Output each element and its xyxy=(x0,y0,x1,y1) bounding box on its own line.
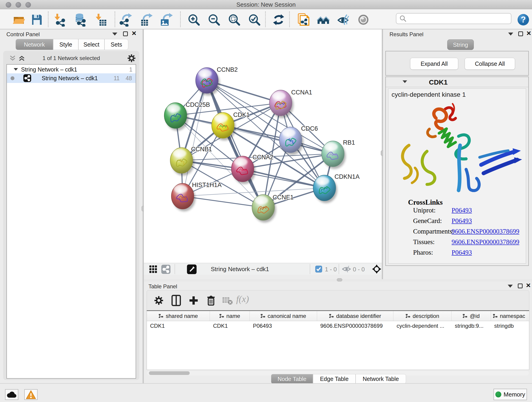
open-network-external-icon[interactable] xyxy=(187,264,196,274)
column-header--id[interactable]: @id xyxy=(452,311,491,321)
float-panel-icon[interactable] xyxy=(123,32,128,36)
help-icon[interactable]: ? xyxy=(516,12,531,27)
table-cell[interactable]: stringdb xyxy=(491,321,527,331)
node-cdkn1a[interactable] xyxy=(313,175,337,203)
close-panel-icon[interactable]: × xyxy=(526,283,531,288)
node-cdc6[interactable] xyxy=(279,127,303,155)
crosslink-link[interactable]: P06493 xyxy=(452,217,472,225)
table-cell[interactable]: stringdb:9... xyxy=(452,321,491,331)
tab-string[interactable]: String xyxy=(447,39,474,50)
node-ccnb2[interactable] xyxy=(196,68,220,96)
node-cdk1[interactable] xyxy=(212,113,236,140)
column-header-label: @id xyxy=(470,313,480,319)
tab-network[interactable]: Network xyxy=(16,39,53,50)
collapse-all-button[interactable]: Collapse All xyxy=(465,58,515,70)
zoom-out-icon[interactable] xyxy=(207,12,221,27)
crosslink-link[interactable]: 9606.ENSP00000378699 xyxy=(452,228,519,235)
tab-style[interactable]: Style xyxy=(53,39,78,50)
maximize-window-button[interactable] xyxy=(25,2,31,7)
graphics-details-eye-icon[interactable] xyxy=(356,12,371,27)
save-session-icon[interactable] xyxy=(29,12,44,27)
hidden-items-eye-slash-icon[interactable] xyxy=(342,265,351,273)
close-panel-icon[interactable]: × xyxy=(526,31,531,36)
import-table-file-icon[interactable] xyxy=(94,12,108,27)
tab-node-table[interactable]: Node Table xyxy=(271,374,313,384)
column-header-canonical-name[interactable]: canonical name xyxy=(250,311,317,321)
refresh-view-icon[interactable] xyxy=(271,12,286,27)
scrollbar-thumb[interactable] xyxy=(149,371,190,375)
zoom-selected-icon[interactable] xyxy=(247,12,262,27)
toolbar-separator xyxy=(180,12,181,27)
zoom-in-icon[interactable] xyxy=(186,12,201,27)
table-cell[interactable]: cyclin-dependent ... xyxy=(393,321,452,331)
memory-button[interactable]: Memory xyxy=(494,389,527,400)
open-session-icon[interactable] xyxy=(12,12,26,27)
table-row[interactable]: CDK1CDK1P064939606.ENSP00000378699cyclin… xyxy=(147,321,529,331)
welcome-screen-icon[interactable] xyxy=(316,12,331,27)
string-style-icon[interactable] xyxy=(161,265,171,274)
export-image-icon[interactable] xyxy=(159,12,174,27)
table-cell[interactable]: P06493 xyxy=(250,321,317,331)
collapse-panel-icon[interactable] xyxy=(508,32,513,36)
import-network-database-icon[interactable] xyxy=(73,12,88,27)
import-network-file-icon[interactable] xyxy=(52,12,67,27)
node-rb1[interactable] xyxy=(322,141,346,169)
warnings-button[interactable] xyxy=(24,389,38,400)
horizontal-splitter[interactable] xyxy=(144,279,532,281)
zoom-fit-icon[interactable] xyxy=(227,12,241,27)
close-panel-icon[interactable]: × xyxy=(132,31,136,36)
search-input[interactable] xyxy=(408,14,511,23)
fit-selected-crosshair-icon[interactable] xyxy=(372,264,381,274)
network-tree: String Network – cdk1 1 String Network –… xyxy=(6,64,136,379)
tab-edge-table[interactable]: Edge Table xyxy=(313,374,355,384)
network-graph-canvas[interactable]: CCNB2CCNA1CDC25BCDK1CDC6RB1CCNB1CCNA2CDK… xyxy=(144,29,382,263)
create-column-plus-icon[interactable] xyxy=(187,294,201,307)
cloud-status-button[interactable] xyxy=(5,389,18,400)
entry-expander-icon[interactable] xyxy=(403,80,407,83)
splitter-grip[interactable] xyxy=(337,278,342,281)
collapse-panel-icon[interactable] xyxy=(112,32,117,36)
table-cell[interactable]: CDK1 xyxy=(210,321,250,331)
tab-network-table[interactable]: Network Table xyxy=(355,374,406,384)
float-panel-icon[interactable] xyxy=(518,283,523,288)
network-tree-root-row[interactable]: String Network – cdk1 1 xyxy=(7,65,136,73)
cdk1-entry-header[interactable]: CDK1 xyxy=(386,77,528,87)
delete-column-trash-icon[interactable] xyxy=(204,294,218,307)
tab-sets[interactable]: Sets xyxy=(104,39,128,50)
crosslink-link[interactable]: P06493 xyxy=(452,249,472,256)
column-header-database-identifier[interactable]: database identifier xyxy=(317,311,393,321)
network-options-gear-icon[interactable] xyxy=(127,54,136,62)
minimize-window-button[interactable] xyxy=(16,2,21,7)
selected-nodes-checkbox[interactable] xyxy=(315,266,322,273)
table-cell[interactable]: CDK1 xyxy=(147,321,210,331)
network-tree-row-selected[interactable]: String Network – cdk1 11 48 xyxy=(7,73,136,83)
float-panel-icon[interactable] xyxy=(518,32,523,36)
open-in-cytoscape-web-icon[interactable] xyxy=(296,12,311,27)
show-columns-icon[interactable] xyxy=(169,294,183,307)
selected-node-edge-counts: 1 - 0 xyxy=(325,266,337,273)
crosslink-link[interactable]: P06493 xyxy=(452,206,472,214)
tab-select[interactable]: Select xyxy=(78,39,104,50)
crosslink-link[interactable]: 9606.ENSP00000378699 xyxy=(452,238,519,246)
close-window-button[interactable] xyxy=(6,2,11,7)
table-cell[interactable]: 9606.ENSP00000378699 xyxy=(317,321,393,331)
table-header-row[interactable]: shared namenamecanonical namedatabase id… xyxy=(147,311,529,321)
export-table-icon[interactable] xyxy=(139,12,153,27)
window-title: Session: New Session xyxy=(0,0,532,9)
column-header-shared-name[interactable]: shared name xyxy=(147,311,210,321)
export-network-icon[interactable] xyxy=(118,12,133,27)
node-ccna2[interactable] xyxy=(231,156,255,184)
column-header-name[interactable]: name xyxy=(210,311,250,321)
expand-all-button[interactable]: Expand All xyxy=(410,58,458,70)
table-options-gear-icon[interactable] xyxy=(152,294,166,307)
hide-selected-eye-slash-icon[interactable] xyxy=(336,12,351,27)
column-header-namespac[interactable]: namespac xyxy=(491,311,527,321)
birds-eye-grid-icon[interactable] xyxy=(149,265,158,274)
edge-ccnb2-hist1h1a[interactable] xyxy=(183,80,207,196)
node-cdc25b[interactable] xyxy=(164,103,188,131)
collapse-panel-icon[interactable] xyxy=(508,285,513,288)
node-ccna1[interactable] xyxy=(269,90,293,118)
node-label-ccnb1: CCNB1 xyxy=(191,146,212,153)
column-header-description[interactable]: description xyxy=(393,311,452,321)
tree-expander-icon[interactable] xyxy=(14,68,18,70)
